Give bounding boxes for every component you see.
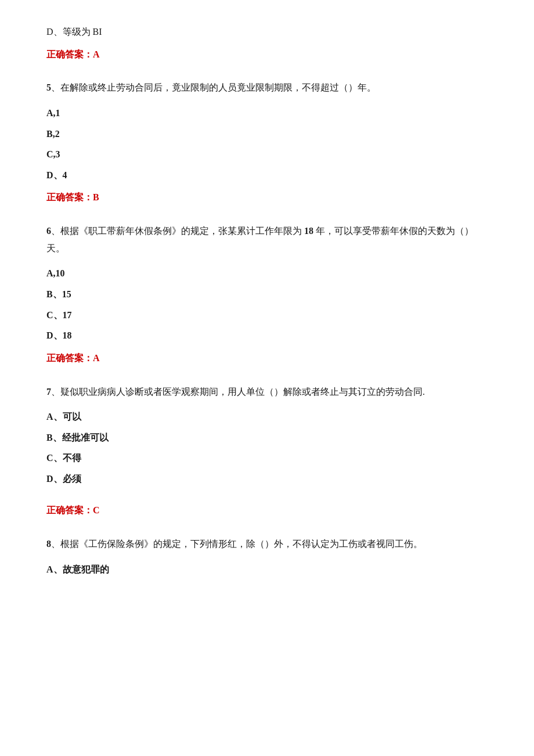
- q8-number: 8: [46, 539, 51, 549]
- q6-option-c: C、17: [46, 307, 488, 324]
- question-8: 8、根据《工伤保险条例》的规定，下列情形红，除（）外，不得认定为工伤或者视同工伤…: [46, 535, 488, 578]
- question-7: 7、疑似职业病病人诊断或者医学观察期间，用人单位（）解除或者终止与其订立的劳动合…: [46, 383, 488, 520]
- q5-number: 5: [46, 82, 51, 92]
- q7-option-a: A、可以: [46, 408, 488, 426]
- q7-answer: 正确答案：C: [46, 502, 488, 519]
- question-7-text: 7、疑似职业病病人诊断或者医学观察期间，用人单位（）解除或者终止与其订立的劳动合…: [46, 383, 488, 401]
- question-8-text: 8、根据《工伤保险条例》的规定，下列情形红，除（）外，不得认定为工伤或者视同工伤…: [46, 535, 488, 553]
- question-6-text: 6、根据《职工带薪年休假条例》的规定，张某累计工作年限为 18 年，可以享受带薪…: [46, 222, 488, 257]
- option-d-grade: D、等级为 BI: [46, 23, 488, 41]
- question-6: 6、根据《职工带薪年休假条例》的规定，张某累计工作年限为 18 年，可以享受带薪…: [46, 222, 488, 366]
- q7-option-c: C、不得: [46, 449, 488, 467]
- q5-option-c: C,3: [46, 146, 488, 163]
- q6-option-d: D、18: [46, 327, 488, 344]
- q5-option-a: A,1: [46, 105, 488, 122]
- question-5-text: 5、在解除或终止劳动合同后，竟业限制的人员竟业限制期限，不得超过（）年。: [46, 79, 488, 96]
- q5-body: 、在解除或终止劳动合同后，竟业限制的人员竟业限制期限，不得超过（）年。: [51, 82, 376, 92]
- q8-option-a: A、故意犯罪的: [46, 561, 488, 578]
- q7-option-b: B、经批准可以: [46, 429, 488, 447]
- answer-q-grade: 正确答案：A: [46, 46, 488, 63]
- q7-number: 7: [46, 387, 51, 397]
- q5-answer: 正确答案：B: [46, 189, 488, 206]
- q5-option-d: D、4: [46, 167, 488, 184]
- q6-number: 6: [46, 226, 51, 236]
- q6-option-b: B、15: [46, 286, 488, 303]
- q5-option-b: B,2: [46, 125, 488, 143]
- q6-option-a: A,10: [46, 265, 488, 282]
- question-5: 5、在解除或终止劳动合同后，竟业限制的人员竟业限制期限，不得超过（）年。 A,1…: [46, 79, 488, 206]
- q7-option-d: D、必须: [46, 470, 488, 488]
- q6-answer: 正确答案：A: [46, 350, 488, 367]
